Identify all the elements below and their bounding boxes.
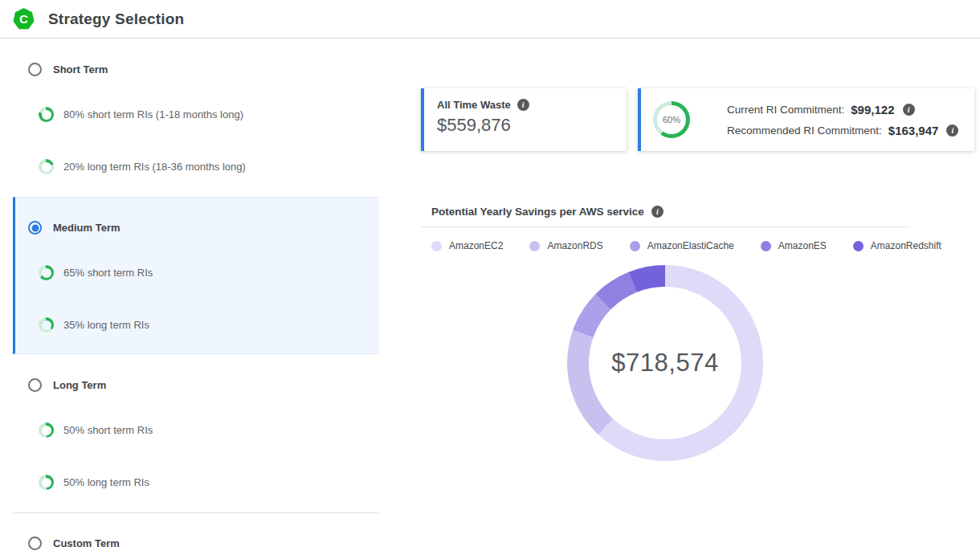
donut-center-total: $718,574 <box>567 265 763 461</box>
legend-dot-icon <box>761 241 771 251</box>
strategy-label[interactable]: Custom Term <box>53 537 120 549</box>
progress-ring-icon <box>39 107 54 122</box>
ri-commitment-card: 60% Current RI Commitment: $99,122 i Rec… <box>638 88 974 151</box>
chart-title: Potential Yearly Savings per AWS service <box>431 206 644 218</box>
chart-divider <box>421 226 910 227</box>
strategy-label[interactable]: Long Term <box>53 379 106 391</box>
info-icon[interactable]: i <box>946 124 958 137</box>
savings-donut-chart: $718,574 <box>567 265 763 461</box>
strategy-section-medium-term: Medium Term 65% short term RIs 35% long … <box>13 197 379 354</box>
progress-ring-icon <box>39 422 54 438</box>
recommended-ri-value: $163,947 <box>888 124 939 137</box>
strategy-section-custom-term: Custom Term I prefer something different <box>13 513 379 555</box>
progress-ring-icon <box>39 265 54 280</box>
legend-label: AmazonElastiCache <box>647 240 734 251</box>
recommended-ri-label: Recommended RI Commitment: <box>727 124 882 137</box>
strategy-item-label: 20% long term RIs (18-36 months long) <box>63 161 246 173</box>
radio-short-term[interactable] <box>28 63 42 76</box>
strategy-item-label: 50% long term RIs <box>63 476 149 488</box>
strategy-list: Short Term 80% short term RIs (1-18 mont… <box>13 39 379 555</box>
strategy-section-short-term: Short Term 80% short term RIs (1-18 mont… <box>13 39 379 197</box>
legend-dot-icon <box>431 241 442 251</box>
legend-label: AmazonRDS <box>547 240 602 251</box>
app-logo-icon: C <box>13 8 35 30</box>
info-icon[interactable]: i <box>903 104 915 116</box>
coverage-ring-icon: 60% <box>653 101 690 138</box>
strategy-section-long-term: Long Term 50% short term RIs 50% long te… <box>13 354 379 490</box>
coverage-percent: 60% <box>653 101 690 138</box>
legend-label: AmazonEC2 <box>449 240 503 251</box>
legend-label: AmazonRedshift <box>871 240 941 251</box>
legend-item-amazones[interactable]: AmazonES <box>761 240 827 251</box>
strategy-item-label: 50% short term RIs <box>63 424 153 436</box>
radio-medium-term[interactable] <box>28 221 42 235</box>
legend-item-amazonec2[interactable]: AmazonEC2 <box>431 240 503 251</box>
all-time-waste-card: All Time Waste i $559,876 <box>421 88 627 151</box>
legend-item-amazonredshift[interactable]: AmazonRedshift <box>853 240 941 251</box>
radio-custom-term[interactable] <box>28 537 42 550</box>
page-title: Strategy Selection <box>48 10 184 28</box>
strategy-item-label: 65% short term RIs <box>63 267 153 279</box>
progress-ring-icon <box>39 475 54 490</box>
current-ri-label: Current RI Commitment: <box>727 104 844 116</box>
page-header: C Strategy Selection <box>0 0 980 39</box>
strategy-item-label: 35% long term RIs <box>63 319 149 331</box>
chart-legend: AmazonEC2 AmazonRDS AmazonElastiCache Am… <box>431 240 941 251</box>
strategy-label[interactable]: Medium Term <box>53 222 120 234</box>
progress-ring-icon <box>39 317 54 333</box>
legend-label: AmazonES <box>778 240 827 251</box>
legend-item-amazonelasticache[interactable]: AmazonElastiCache <box>630 240 734 251</box>
waste-value: $559,876 <box>437 115 614 136</box>
info-icon[interactable]: i <box>651 206 664 218</box>
summary-pane: All Time Waste i $559,876 60% Current RI… <box>421 39 980 555</box>
legend-item-amazonrds[interactable]: AmazonRDS <box>529 240 602 251</box>
legend-dot-icon <box>630 241 640 251</box>
progress-ring-icon <box>39 159 54 174</box>
legend-dot-icon <box>853 241 864 251</box>
info-icon[interactable]: i <box>517 99 529 111</box>
current-ri-value: $99,122 <box>851 103 894 116</box>
waste-card-label: All Time Waste <box>437 99 511 111</box>
strategy-label[interactable]: Short Term <box>53 63 108 75</box>
strategy-item-label: 80% short term RIs (1-18 months long) <box>63 108 243 120</box>
legend-dot-icon <box>529 241 540 251</box>
radio-long-term[interactable] <box>28 378 42 392</box>
